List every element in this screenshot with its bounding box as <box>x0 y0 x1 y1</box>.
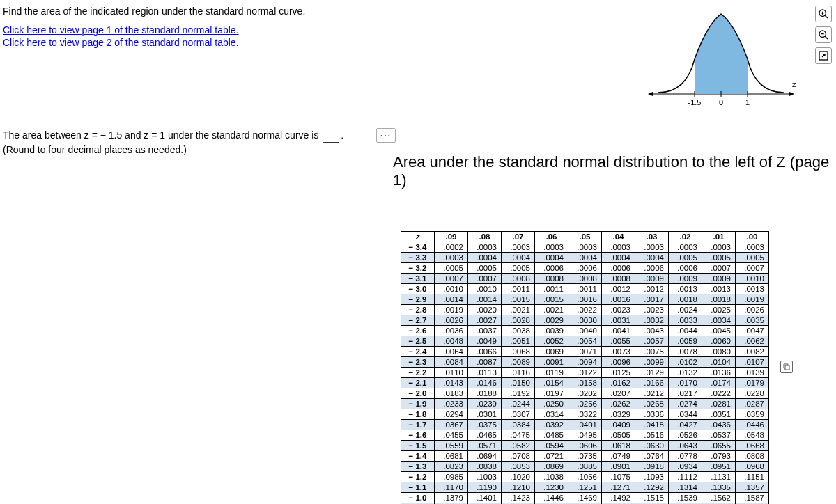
value-cell: .0139 <box>736 368 769 378</box>
value-cell: .0060 <box>702 336 736 347</box>
copy-icon[interactable] <box>780 361 793 373</box>
table-row: − 2.3.0084.0087.0089.0091.0094.0096.0099… <box>401 357 769 368</box>
value-cell: .0021 <box>502 305 535 315</box>
table-row: − 1.0.1379.1401.1423.1446.1469.1492.1515… <box>401 493 769 503</box>
value-cell: .0024 <box>669 305 702 315</box>
value-cell: .0188 <box>468 388 502 399</box>
value-cell: .0281 <box>702 399 736 409</box>
value-cell: .0026 <box>736 305 769 315</box>
value-cell: .0094 <box>568 357 602 368</box>
value-cell: .1314 <box>669 482 702 493</box>
value-cell: .0505 <box>602 430 635 441</box>
value-cell: .0537 <box>702 430 736 441</box>
value-cell: .0003 <box>669 242 702 253</box>
value-cell: .0025 <box>702 305 736 315</box>
value-cell: .0526 <box>669 430 702 441</box>
value-cell: .0009 <box>669 274 702 284</box>
value-cell: .0901 <box>602 462 635 472</box>
value-cell: .0222 <box>702 388 736 399</box>
value-cell: .0010 <box>736 274 769 284</box>
value-cell: .0344 <box>669 409 702 420</box>
value-cell: .0034 <box>702 315 736 326</box>
value-cell: .0004 <box>468 253 502 263</box>
value-cell: .0099 <box>635 357 669 368</box>
table-row: − 2.1.0143.0146.0150.0154.0158.0162.0166… <box>401 378 769 388</box>
value-cell: .0005 <box>435 263 468 274</box>
value-cell: .0003 <box>635 242 669 253</box>
value-cell: .0708 <box>502 451 535 462</box>
value-cell: .0057 <box>635 336 669 347</box>
value-cell: .0113 <box>468 368 502 378</box>
value-cell: .0087 <box>468 357 502 368</box>
value-cell: .0606 <box>568 441 602 451</box>
zoom-in-icon[interactable] <box>815 6 832 22</box>
value-cell: .0004 <box>568 253 602 263</box>
z-cell: − 1.2 <box>401 472 435 482</box>
svg-line-1 <box>825 15 828 18</box>
value-cell: .0089 <box>502 357 535 368</box>
z-cell: − 3.1 <box>401 274 435 284</box>
value-cell: .0116 <box>502 368 535 378</box>
value-cell: .0853 <box>502 462 535 472</box>
value-cell: .0107 <box>736 357 769 368</box>
value-cell: .0039 <box>535 326 568 336</box>
value-cell: .0401 <box>568 420 602 430</box>
table-title: Area under the standard normal distribut… <box>390 153 836 189</box>
value-cell: .0110 <box>435 368 468 378</box>
value-cell: .0885 <box>568 462 602 472</box>
value-cell: .0778 <box>669 451 702 462</box>
value-cell: .0409 <box>602 420 635 430</box>
value-cell: .0630 <box>635 441 669 451</box>
value-cell: .0005 <box>702 253 736 263</box>
value-cell: .0262 <box>602 399 635 409</box>
expand-icon[interactable] <box>815 47 832 64</box>
value-cell: .0004 <box>535 253 568 263</box>
value-cell: .0016 <box>602 294 635 305</box>
value-cell: .0436 <box>702 420 736 430</box>
value-cell: .1492 <box>602 493 635 503</box>
value-cell: .0003 <box>602 242 635 253</box>
col-header: .04 <box>602 232 635 242</box>
value-cell: .0007 <box>468 274 502 284</box>
value-cell: .1446 <box>535 493 568 503</box>
value-cell: .0003 <box>568 242 602 253</box>
value-cell: .0485 <box>535 430 568 441</box>
value-cell: .0013 <box>702 284 736 294</box>
value-cell: .0694 <box>468 451 502 462</box>
value-cell: .0985 <box>435 472 468 482</box>
table-row: − 2.6.0036.0037.0038.0039.0040.0041.0043… <box>401 326 769 336</box>
value-cell: .0055 <box>602 336 635 347</box>
value-cell: .1271 <box>602 482 635 493</box>
z-cell: − 2.0 <box>401 388 435 399</box>
value-cell: .0934 <box>669 462 702 472</box>
value-cell: .0250 <box>535 399 568 409</box>
value-cell: .0026 <box>435 315 468 326</box>
value-cell: .1539 <box>669 493 702 503</box>
value-cell: .0031 <box>602 315 635 326</box>
z-cell: − 2.9 <box>401 294 435 305</box>
value-cell: .0336 <box>635 409 669 420</box>
value-cell: .0244 <box>502 399 535 409</box>
drag-handle-icon[interactable]: ⋯ <box>376 128 396 143</box>
value-cell: .0003 <box>736 242 769 253</box>
value-cell: .0049 <box>468 336 502 347</box>
value-cell: .0951 <box>702 462 736 472</box>
z-cell: − 2.8 <box>401 305 435 315</box>
value-cell: .0668 <box>736 441 769 451</box>
z-table: z.09.08.07.06.05.04.03.02.01.00 − 3.4.00… <box>401 231 769 504</box>
value-cell: .0268 <box>635 399 669 409</box>
value-cell: .0091 <box>535 357 568 368</box>
answer-input[interactable] <box>323 129 339 143</box>
zoom-out-icon[interactable] <box>815 26 832 43</box>
value-cell: .0681 <box>435 451 468 462</box>
value-cell: .0013 <box>669 284 702 294</box>
value-cell: .0793 <box>702 451 736 462</box>
table-row: − 1.6.0455.0465.0475.0485.0495.0505.0516… <box>401 430 769 441</box>
value-cell: .0018 <box>702 294 736 305</box>
table-row: − 1.9.0233.0239.0244.0250.0256.0262.0268… <box>401 399 769 409</box>
z-cell: − 1.1 <box>401 482 435 493</box>
value-cell: .0027 <box>468 315 502 326</box>
value-cell: .0838 <box>468 462 502 472</box>
answer-suffix: . <box>341 128 343 143</box>
value-cell: .0495 <box>568 430 602 441</box>
